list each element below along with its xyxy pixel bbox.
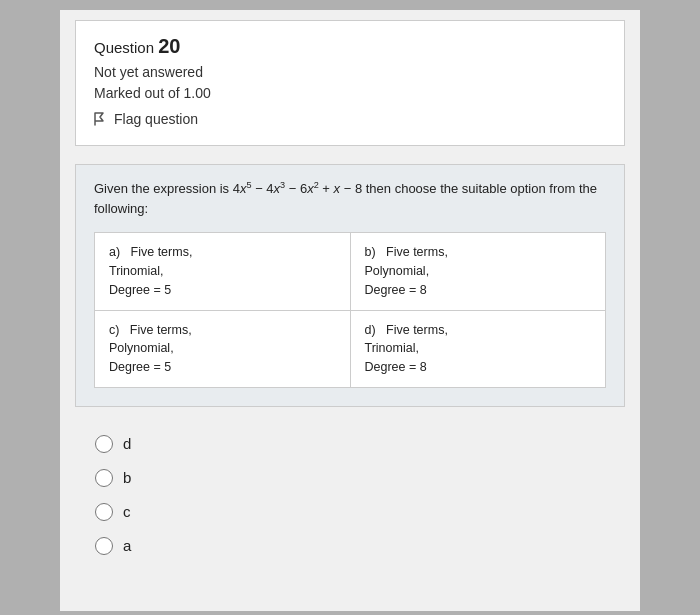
page-wrapper: Question 20 Not yet answered Marked out … xyxy=(60,10,640,611)
radio-c[interactable] xyxy=(95,503,113,521)
question-marked: Marked out of 1.00 xyxy=(94,85,606,101)
option-c-label: c) xyxy=(109,323,126,337)
answer-choices: d b c a xyxy=(75,425,625,581)
radio-b[interactable] xyxy=(95,469,113,487)
choice-c-label: c xyxy=(123,503,131,520)
choice-b-label: b xyxy=(123,469,131,486)
flag-icon xyxy=(94,112,108,126)
question-text-prefix: Given the expression is xyxy=(94,181,233,196)
option-a-cell: a) Five terms,Trinomial,Degree = 5 xyxy=(95,233,351,310)
answer-choice-d[interactable]: d xyxy=(95,435,605,453)
option-b-cell: b) Five terms,Polynomial,Degree = 8 xyxy=(350,233,606,310)
question-status: Not yet answered xyxy=(94,64,606,80)
question-number: 20 xyxy=(158,35,180,57)
radio-d[interactable] xyxy=(95,435,113,453)
options-table: a) Five terms,Trinomial,Degree = 5 b) Fi… xyxy=(94,232,606,388)
option-c-cell: c) Five terms,Polynomial,Degree = 5 xyxy=(95,310,351,387)
question-info-box: Question 20 Not yet answered Marked out … xyxy=(75,20,625,146)
title-prefix: Question xyxy=(94,39,158,56)
flag-question-label: Flag question xyxy=(114,111,198,127)
answer-choice-c[interactable]: c xyxy=(95,503,605,521)
option-d-label: d) xyxy=(365,323,383,337)
question-content-box: Given the expression is 4x5 − 4x3 − 6x2 … xyxy=(75,164,625,407)
question-title: Question 20 xyxy=(94,35,606,58)
option-a-label: a) xyxy=(109,245,127,259)
flag-question-button[interactable]: Flag question xyxy=(94,111,606,127)
choice-d-label: d xyxy=(123,435,131,452)
choice-a-label: a xyxy=(123,537,131,554)
expression: 4x5 − 4x3 − 6x2 + x − 8 xyxy=(233,181,362,196)
option-d-cell: d) Five terms,Trinomial,Degree = 8 xyxy=(350,310,606,387)
answer-choice-a[interactable]: a xyxy=(95,537,605,555)
answer-choice-b[interactable]: b xyxy=(95,469,605,487)
radio-a[interactable] xyxy=(95,537,113,555)
question-text: Given the expression is 4x5 − 4x3 − 6x2 … xyxy=(94,179,606,218)
option-b-label: b) xyxy=(365,245,383,259)
